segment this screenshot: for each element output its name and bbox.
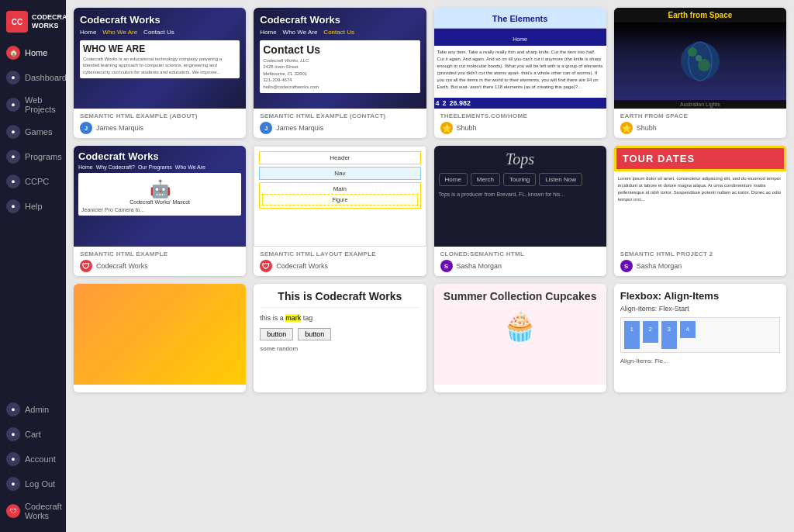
sidebar-item-games[interactable]: ● Games: [0, 119, 66, 144]
logo-icon: CC: [6, 11, 28, 33]
earth-caption: Australian Lights: [614, 100, 786, 109]
sidebar-item-label: Home: [25, 48, 47, 57]
nav-contact-us: Contact Us: [143, 29, 174, 36]
card-tour[interactable]: TOUR DATES Lorem ipsum dolor sit amet, c…: [614, 146, 786, 276]
card-contact-preview: Codecraft Works Home Who We Are Contact …: [254, 8, 426, 109]
contact-preview-bg: Codecraft Works Home Who We Are Contact …: [254, 8, 426, 109]
elements-nav-home: Home: [513, 36, 527, 42]
codecraft-text-extra: some random: [260, 345, 419, 352]
tops-avatar: S: [440, 260, 453, 272]
sidebar-item-logout[interactable]: ● Log Out: [0, 472, 66, 496]
mascot-body: 🤖 Codecraft Works' Mascot Jeanicier Pro …: [78, 173, 241, 216]
card-codecraft-text-preview: This is Codecraft Works this is a mark t…: [254, 284, 426, 385]
card-about-preview: Codecraft Works Home Who We Are Contact …: [74, 8, 246, 109]
sidebar-item-web-projects[interactable]: ● Web Projects: [0, 90, 66, 119]
card-contact[interactable]: Codecraft Works Home Who We Are Contact …: [254, 8, 426, 138]
sidebar-item-label: Programs: [25, 152, 62, 161]
sidebar-item-ccpc[interactable]: ● CCPC: [0, 169, 66, 194]
sidebar-item-dashboard[interactable]: ● Dashboard: [0, 65, 66, 90]
gradient-preview-bg: [74, 284, 246, 385]
element-number-2: 2: [443, 99, 447, 107]
card-tops-footer: CLONED:SEMANTIC HTML S Sasha Morgan: [434, 247, 606, 276]
mascot-author-name: Codecraft Works: [96, 262, 148, 270]
mascot-tag: SEMANTIC HTML EXAMPLE: [80, 250, 240, 257]
flexbox-demo: 1 2 3 4: [620, 317, 780, 353]
card-earth[interactable]: Earth from Space Australian Lights E: [614, 8, 786, 138]
card-flexbox-preview: Flexbox: Align-Items Align-Items: Flex-S…: [614, 284, 786, 385]
tops-btn-home[interactable]: Home: [439, 173, 468, 186]
card-about[interactable]: Codecraft Works Home Who We Are Contact …: [74, 8, 246, 138]
card-mascot[interactable]: Codecraft Works Home Why Codecraft? Our …: [74, 146, 246, 276]
card-gradient-preview: [74, 284, 246, 385]
tops-btn-touring[interactable]: Touring: [503, 173, 536, 186]
codecraft-text-btn1[interactable]: button: [260, 328, 293, 340]
card-layout[interactable]: Header Nav Main Figure SEMANTIC HTML LAY…: [254, 146, 426, 276]
sidebar-item-home[interactable]: 🏠 Home: [0, 40, 66, 65]
elements-tag: THEELEMENTS.COM/HOME: [440, 112, 600, 119]
mascot-emoji: 🤖: [81, 179, 238, 199]
about-cc-nav: Home Who We Are Contact Us: [80, 29, 240, 36]
codecraft-text-btn2[interactable]: button: [298, 328, 331, 340]
sidebar-item-codecraft[interactable]: 🛡 Codecraft Works: [0, 496, 66, 526]
card-cupcakes[interactable]: Summer Collection Cupcakes 🧁: [434, 284, 606, 392]
card-contact-footer: SEMANTIC HTML EXAMPLE (CONTACT) J James …: [254, 109, 426, 138]
tour-author-name: Sasha Morgan: [637, 262, 682, 270]
mascot-cc-title: Codecraft Works: [78, 150, 241, 162]
layout-nav: Nav: [259, 167, 420, 180]
tour-tag: SEMANTIC HTML PROJECT 2: [620, 250, 780, 257]
card-cupcakes-preview: Summer Collection Cupcakes 🧁: [434, 284, 606, 385]
tops-description: Tops is a producer from Brevard, FL, kno…: [439, 191, 602, 199]
contact-cc-title: Codecraft Works: [260, 14, 419, 26]
mascot-figure: 🤖 Codecraft Works' Mascot: [81, 179, 238, 205]
codecraft-icon: 🛡: [6, 504, 20, 518]
sidebar-logo: CC CODECRAFTWORKS: [0, 6, 66, 40]
tops-buttons: Home Merch Touring Listen Now: [439, 173, 602, 186]
card-tops[interactable]: Tops Home Merch Touring Listen Now Tops …: [434, 146, 606, 276]
contact-cc-nav: Home Who We Are Contact Us: [260, 29, 419, 36]
card-tour-preview: TOUR DATES Lorem ipsum dolor sit amet, c…: [614, 146, 786, 247]
contact-author-name: James Marquis: [276, 124, 323, 132]
sidebar-bottom: ● Admin ● Cart ● Account ● Log Out 🛡 Cod…: [0, 397, 66, 526]
sidebar-item-cart[interactable]: ● Cart: [0, 422, 66, 447]
card-codecraft-text[interactable]: This is Codecraft Works this is a mark t…: [254, 284, 426, 392]
about-body-text: Codecraft Works is an educational techno…: [83, 56, 236, 75]
contact-address: Codecraft Works, LLC 2428 Irwin Street M…: [263, 57, 416, 90]
mascot-nav-who: Who We Are: [175, 164, 205, 170]
card-flexbox[interactable]: Flexbox: Align-Items Align-Items: Flex-S…: [614, 284, 786, 392]
flexbox-title: Flexbox: Align-Items: [620, 290, 780, 302]
earth-author-name: Shubh: [637, 124, 657, 132]
nav-home: Home: [80, 29, 96, 36]
flexbox-subtitle: Align-Items: Flex-Start: [620, 305, 780, 313]
sidebar-item-programs[interactable]: ● Programs: [0, 144, 66, 169]
flex-box-3: 3: [661, 321, 677, 349]
sidebar-item-account[interactable]: ● Account: [0, 447, 66, 472]
mascot-nav-programs: Our Programs: [138, 164, 172, 170]
card-earth-footer: EARTH FROM SPACE ⭐ Shubh: [614, 109, 786, 138]
earth-tag: EARTH FROM SPACE: [620, 112, 780, 119]
about-author: J James Marquis: [80, 122, 240, 134]
about-body: WHO WE ARE Codecraft Works is an educati…: [80, 40, 240, 78]
about-tag: SEMANTIC HTML EXAMPLE (ABOUT): [80, 112, 240, 119]
sidebar-item-label: Account: [25, 454, 56, 464]
sidebar-item-label: Codecraft Works: [25, 502, 62, 520]
about-author-name: James Marquis: [96, 124, 143, 132]
tour-preview-bg: TOUR DATES Lorem ipsum dolor sit amet, c…: [614, 146, 786, 247]
card-layout-footer: SEMANTIC HTML LAYOUT EXAMPLE 🛡 Codecraft…: [254, 247, 426, 276]
sidebar-item-help[interactable]: ● Help: [0, 194, 66, 219]
tops-btn-listen[interactable]: Listen Now: [539, 173, 582, 186]
tops-btn-merch[interactable]: Merch: [471, 173, 500, 186]
layout-avatar: 🛡: [260, 260, 272, 272]
logout-icon: ●: [6, 477, 20, 491]
elements-preview-bg: The Elements Home Take any item. Take a …: [434, 8, 606, 109]
tour-body: Lorem ipsum dolor sit amet, consectetur …: [614, 171, 786, 207]
tour-avatar: S: [620, 260, 633, 272]
contact-author: J James Marquis: [260, 122, 419, 134]
sidebar-item-label: Games: [25, 127, 52, 136]
about-section-title: WHO WE ARE: [83, 43, 236, 54]
admin-icon: ●: [6, 402, 20, 416]
contact-section-title: Contact Us: [263, 43, 416, 56]
sidebar-item-admin[interactable]: ● Admin: [0, 397, 66, 422]
card-elements[interactable]: The Elements Home Take any item. Take a …: [434, 8, 606, 138]
contact-avatar: J: [260, 122, 272, 134]
card-gradient[interactable]: [74, 284, 246, 392]
